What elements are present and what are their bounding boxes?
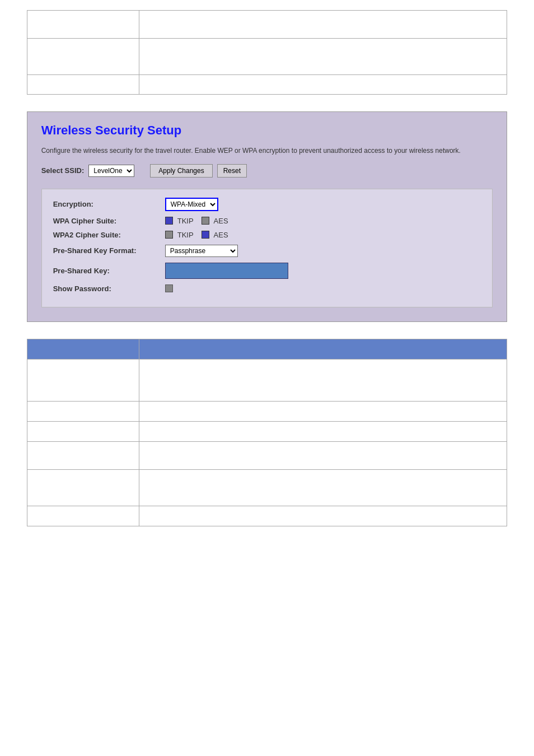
encryption-select[interactable]: WPA-Mixed None WEP WPA WPA2 bbox=[165, 198, 218, 211]
wpa2-aes-checkbox[interactable] bbox=[202, 231, 209, 239]
pre-shared-key-format-label: Pre-Shared Key Format: bbox=[53, 246, 165, 255]
top-table-row3-value bbox=[139, 75, 507, 95]
show-password-checkbox[interactable] bbox=[165, 284, 173, 292]
pre-shared-key-format-row: Pre-Shared Key Format: Passphrase Hex bbox=[53, 245, 481, 257]
show-password-value bbox=[165, 284, 173, 292]
encryption-label: Encryption: bbox=[53, 200, 165, 208]
bottom-table-row2-label bbox=[27, 359, 139, 401]
top-table-row2-label bbox=[27, 39, 139, 75]
top-table-row2-value bbox=[139, 39, 507, 75]
pre-shared-key-label: Pre-Shared Key: bbox=[53, 267, 165, 275]
panel-description: Configure the wireless security for the … bbox=[41, 146, 493, 156]
pre-shared-key-value bbox=[165, 263, 288, 279]
toolbar: Select SSID: LevelOne Apply Changes Rese… bbox=[41, 164, 493, 178]
wpa-cipher-suite-row: WPA Cipher Suite: TKIP AES bbox=[53, 217, 481, 225]
select-ssid-label: Select SSID: bbox=[41, 166, 85, 175]
bottom-table-row3-value bbox=[139, 401, 507, 421]
bottom-table-row2-value bbox=[139, 359, 507, 401]
bottom-table-row6-label bbox=[27, 469, 139, 506]
bottom-table-row3-label bbox=[27, 401, 139, 421]
wpa2-cipher-suite-value: TKIP AES bbox=[165, 231, 233, 239]
bottom-table-row4-label bbox=[27, 421, 139, 441]
bottom-table-row7-label bbox=[27, 506, 139, 526]
wireless-security-setup-panel: Wireless Security Setup Configure the wi… bbox=[27, 111, 508, 322]
pre-shared-key-input[interactable] bbox=[165, 263, 288, 279]
wpa-cipher-suite-value: TKIP AES bbox=[165, 217, 233, 225]
bottom-table-row4-value bbox=[139, 421, 507, 441]
pre-shared-key-row: Pre-Shared Key: bbox=[53, 263, 481, 279]
pre-shared-key-format-value: Passphrase Hex bbox=[165, 245, 238, 257]
panel-title: Wireless Security Setup bbox=[41, 123, 493, 138]
bottom-table-row1-label bbox=[27, 339, 139, 359]
bottom-table-row5-label bbox=[27, 441, 139, 469]
show-password-row: Show Password: bbox=[53, 284, 481, 293]
encryption-row: Encryption: WPA-Mixed None WEP WPA WPA2 bbox=[53, 198, 481, 211]
bottom-table-row7-value bbox=[139, 506, 507, 526]
security-form: Encryption: WPA-Mixed None WEP WPA WPA2 … bbox=[41, 189, 493, 307]
bottom-table bbox=[27, 339, 508, 526]
wpa2-tkip-checkbox[interactable] bbox=[165, 231, 173, 239]
top-table-row1-label bbox=[27, 11, 139, 39]
encryption-value: WPA-Mixed None WEP WPA WPA2 bbox=[165, 198, 218, 211]
top-table-row3-label bbox=[27, 75, 139, 95]
wpa-aes-label: AES bbox=[214, 217, 228, 225]
reset-button[interactable]: Reset bbox=[217, 164, 247, 178]
bottom-table-row1-value bbox=[139, 339, 507, 359]
top-table bbox=[27, 10, 508, 95]
wpa-cipher-suite-label: WPA Cipher Suite: bbox=[53, 217, 165, 225]
apply-changes-button[interactable]: Apply Changes bbox=[150, 164, 212, 178]
wpa-tkip-label: TKIP bbox=[177, 217, 194, 225]
wpa2-cipher-suite-row: WPA2 Cipher Suite: TKIP AES bbox=[53, 231, 481, 239]
ssid-select[interactable]: LevelOne bbox=[88, 165, 134, 177]
wpa-aes-checkbox[interactable] bbox=[202, 217, 209, 225]
bottom-table-row6-value bbox=[139, 469, 507, 506]
top-table-row1-value bbox=[139, 11, 507, 39]
wpa2-tkip-label: TKIP bbox=[177, 231, 194, 239]
wpa-tkip-checkbox[interactable] bbox=[165, 217, 173, 225]
wpa2-aes-label: AES bbox=[214, 231, 228, 239]
bottom-table-row5-value bbox=[139, 441, 507, 469]
pre-shared-key-format-select[interactable]: Passphrase Hex bbox=[165, 245, 238, 257]
show-password-label: Show Password: bbox=[53, 284, 165, 293]
wpa2-cipher-suite-label: WPA2 Cipher Suite: bbox=[53, 231, 165, 239]
